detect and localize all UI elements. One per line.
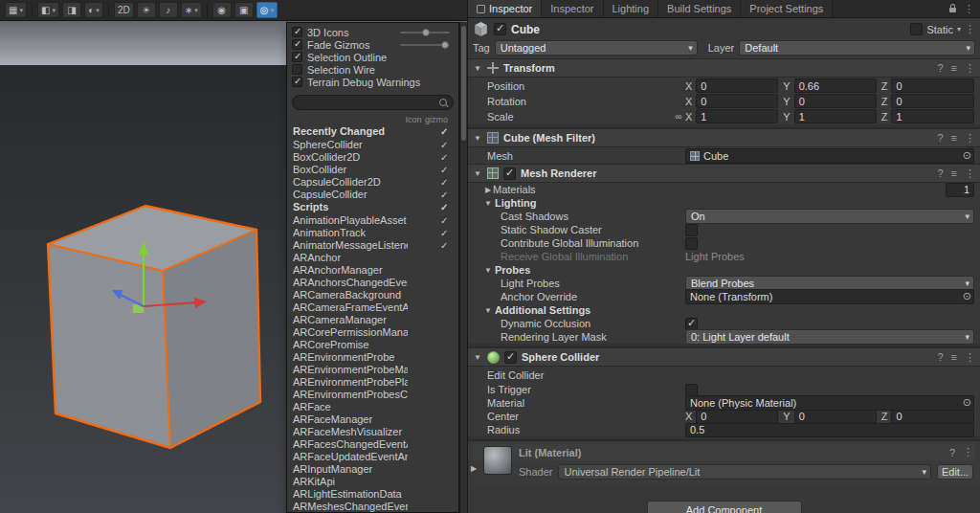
- preset-icon[interactable]: ≡: [951, 351, 957, 363]
- contribute-gi-checkbox[interactable]: [685, 237, 698, 250]
- foldout-icon[interactable]: ▼: [483, 306, 493, 315]
- gizmo-list-item[interactable]: ARKitApi: [287, 475, 458, 487]
- foldout-icon[interactable]: ▼: [473, 134, 482, 143]
- render-mode-button[interactable]: ◐▾: [84, 2, 103, 18]
- help-icon[interactable]: ?: [937, 132, 943, 144]
- menu-icon[interactable]: ⋮: [965, 167, 975, 180]
- foldout-icon[interactable]: ▶: [483, 186, 493, 194]
- gizmo-list-item[interactable]: ARCameraBackground: [287, 288, 458, 301]
- tab-inspector-2[interactable]: Inspector: [542, 0, 603, 17]
- scene-lighting-button[interactable]: ☀: [137, 2, 156, 18]
- checkbox[interactable]: [292, 77, 302, 87]
- gizmo-list-item[interactable]: ARLightEstimationData: [287, 487, 458, 500]
- preset-icon[interactable]: ≡: [951, 62, 957, 74]
- position-y-field[interactable]: 0.66: [794, 78, 877, 93]
- gameobject-enabled-checkbox[interactable]: [494, 23, 506, 35]
- check-icon[interactable]: [440, 228, 448, 238]
- gizmo-list-item[interactable]: ARInputManager: [287, 462, 458, 475]
- foldout-icon[interactable]: ▼: [473, 353, 482, 362]
- scale-z-field[interactable]: 1: [891, 109, 974, 123]
- gizmo-list-item[interactable]: ARAnchorsChangedEventArgs: [287, 276, 458, 288]
- 2d-toggle-button[interactable]: 2D: [114, 2, 134, 18]
- gizmo-list-item[interactable]: ARFaceUpdatedEventArgs: [287, 450, 458, 462]
- help-icon[interactable]: ?: [937, 62, 943, 74]
- sphere-collider-header[interactable]: ▼ Sphere Collider ? ≡ ⋮: [468, 347, 980, 367]
- sphere-collider-enabled-checkbox[interactable]: [504, 351, 517, 364]
- gizmo-list-item[interactable]: ARFace: [287, 400, 458, 413]
- check-icon[interactable]: [440, 165, 448, 175]
- materials-count-field[interactable]: 1: [946, 183, 974, 197]
- gizmo-list-item[interactable]: ARCameraManager: [287, 313, 458, 325]
- static-shadow-caster-checkbox[interactable]: [685, 224, 698, 236]
- additional-settings-foldout[interactable]: ▼ Additional Settings: [468, 303, 980, 317]
- mesh-filter-header[interactable]: ▼ Cube (Mesh Filter) ? ≡ ⋮: [468, 128, 980, 147]
- draw-mode-button[interactable]: ▦▾: [5, 2, 27, 18]
- anchor-override-object-field[interactable]: None (Transform) ⊙: [685, 289, 974, 304]
- fade-gizmos-slider[interactable]: [400, 44, 450, 46]
- tab-project-settings[interactable]: Project Settings: [741, 0, 833, 17]
- checkbox[interactable]: [292, 52, 302, 62]
- check-icon[interactable]: [440, 202, 448, 212]
- section-scripts[interactable]: Scripts: [287, 200, 458, 213]
- menu-icon[interactable]: ⋮: [963, 446, 973, 458]
- check-icon[interactable]: [440, 215, 448, 226]
- materials-row[interactable]: ▶ Materials 1: [468, 183, 980, 196]
- check-icon[interactable]: [440, 240, 448, 251]
- gizmo-list-item[interactable]: ARCorePermissionManager: [287, 325, 458, 338]
- mesh-renderer-enabled-checkbox[interactable]: [503, 167, 516, 180]
- gizmo-list-item[interactable]: ARMeshesChangedEventArgs: [287, 500, 458, 512]
- probes-foldout[interactable]: ▼ Probes: [468, 263, 980, 277]
- is-trigger-checkbox[interactable]: [685, 384, 698, 396]
- position-z-field[interactable]: 0: [891, 78, 974, 93]
- center-x-field[interactable]: 0: [696, 410, 778, 424]
- static-dropdown-caret[interactable]: ▾: [957, 25, 961, 33]
- rotation-z-field[interactable]: 0: [891, 94, 974, 108]
- gizmo-list-item[interactable]: CapsuleCollider: [287, 188, 458, 200]
- gizmos-option-selection-wire[interactable]: Selection Wire: [287, 63, 458, 76]
- gizmo-list-item[interactable]: AnimationPlayableAsset: [287, 213, 458, 226]
- radius-field[interactable]: 0.5: [685, 423, 974, 437]
- material-preview-thumbnail[interactable]: [483, 446, 512, 475]
- menu-icon[interactable]: ⋮: [965, 62, 975, 75]
- check-icon[interactable]: [440, 140, 448, 150]
- search-input[interactable]: [299, 97, 439, 109]
- help-icon[interactable]: ?: [937, 351, 943, 363]
- foldout-icon[interactable]: ▼: [473, 64, 482, 73]
- tab-lighting[interactable]: Lighting: [604, 0, 659, 17]
- gizmo-list-item[interactable]: ARAnchorManager: [287, 263, 458, 276]
- gizmos-option-terrain-debug[interactable]: Terrain Debug Warnings: [287, 76, 458, 88]
- gizmo-list-item[interactable]: ARFaceMeshVisualizer: [287, 425, 458, 437]
- gizmo-list-item[interactable]: BoxCollider2D: [287, 150, 458, 163]
- scene-visibility-button[interactable]: ◉: [212, 2, 232, 18]
- check-icon[interactable]: [440, 126, 448, 137]
- header-menu-icon[interactable]: ⋮: [965, 23, 975, 35]
- object-picker-icon[interactable]: ⊙: [963, 396, 971, 409]
- preset-icon[interactable]: ≡: [951, 132, 957, 144]
- scale-x-field[interactable]: 1: [696, 109, 778, 123]
- checkbox[interactable]: [292, 64, 302, 75]
- gizmo-list-item[interactable]: AREnvironmentProbe: [287, 350, 458, 363]
- tab-menu-icon[interactable]: ⋮: [964, 3, 974, 15]
- slider-knob[interactable]: [422, 29, 430, 36]
- effects-button[interactable]: ∗▾: [181, 2, 202, 18]
- gizmo-list-item[interactable]: ARFaceManager: [287, 413, 458, 425]
- shaded-toggle-button[interactable]: ◧▾: [37, 2, 59, 18]
- section-recently-changed[interactable]: Recently Changed: [287, 124, 458, 138]
- gizmo-list-item[interactable]: ARFacesChangedEventArgs: [287, 437, 458, 450]
- layer-dropdown[interactable]: Default: [739, 40, 975, 56]
- help-icon[interactable]: ?: [937, 167, 943, 179]
- center-z-field[interactable]: 0: [891, 410, 974, 424]
- scale-y-field[interactable]: 1: [794, 109, 877, 123]
- gizmo-list-item[interactable]: CapsuleCollider2D: [287, 175, 458, 188]
- lighting-foldout[interactable]: ▼ Lighting: [468, 196, 980, 210]
- rotation-x-field[interactable]: 0: [696, 94, 778, 108]
- check-icon[interactable]: [440, 177, 448, 188]
- checkbox[interactable]: [292, 27, 302, 37]
- tag-dropdown[interactable]: Untagged: [495, 40, 698, 56]
- position-x-field[interactable]: 0: [696, 78, 778, 93]
- object-picker-icon[interactable]: ⊙: [963, 149, 971, 162]
- foldout-icon[interactable]: ▼: [483, 199, 493, 208]
- gameobject-name[interactable]: Cube: [511, 23, 905, 36]
- gizmo-list-item[interactable]: ARCameraFrameEventArgs: [287, 301, 458, 313]
- foldout-icon[interactable]: ▼: [473, 169, 482, 178]
